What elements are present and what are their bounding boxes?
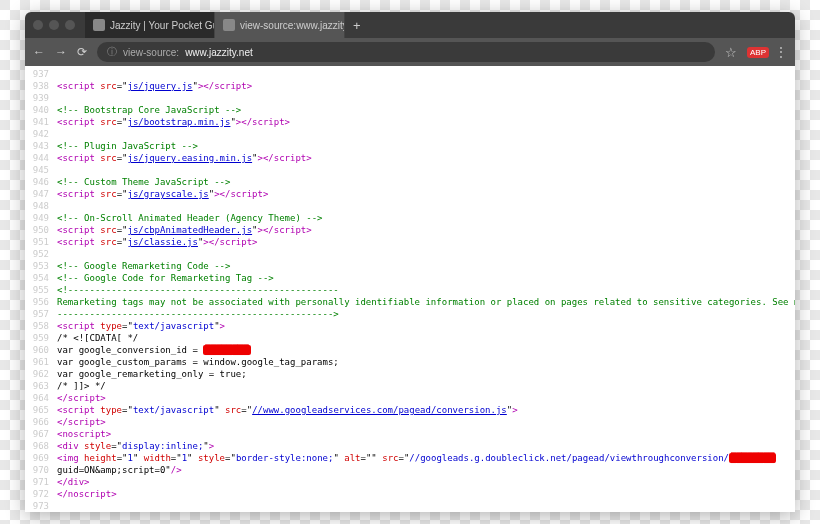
adblock-badge[interactable]: ABP — [747, 47, 769, 58]
new-tab-button[interactable]: + — [345, 12, 369, 38]
tab-view-source[interactable]: view-source:www.jazzity.net × — [215, 12, 345, 38]
window-controls — [33, 20, 75, 30]
reload-button[interactable]: ⟳ — [77, 45, 87, 59]
browser-window: Jazzity | Your Pocket Guide to × view-so… — [25, 12, 795, 512]
line-number-gutter: 9379389399409419429439449459469479489499… — [25, 66, 53, 512]
titlebar: Jazzity | Your Pocket Guide to × view-so… — [25, 12, 795, 38]
tab-title: Jazzity | Your Pocket Guide to — [110, 20, 215, 31]
maximize-window-button[interactable] — [65, 20, 75, 30]
forward-button[interactable]: → — [55, 45, 67, 59]
minimize-window-button[interactable] — [49, 20, 59, 30]
close-window-button[interactable] — [33, 20, 43, 30]
toolbar-right: ABP ⋮ — [747, 45, 787, 59]
menu-icon[interactable]: ⋮ — [775, 45, 787, 59]
favicon-icon — [223, 19, 235, 31]
address-bar[interactable]: ⓘ view-source:www.jazzity.net — [97, 42, 715, 62]
bookmark-star-icon[interactable]: ☆ — [725, 45, 737, 60]
source-viewer[interactable]: 9379389399409419429439449459469479489499… — [25, 66, 795, 512]
favicon-icon — [93, 19, 105, 31]
source-code: <script src="js/jquery.js"></script> <!-… — [53, 66, 795, 512]
info-icon: ⓘ — [107, 45, 117, 59]
tab-jazzity[interactable]: Jazzity | Your Pocket Guide to × — [85, 12, 215, 38]
tab-title: view-source:www.jazzity.net — [240, 20, 345, 31]
back-button[interactable]: ← — [33, 45, 45, 59]
tab-bar: Jazzity | Your Pocket Guide to × view-so… — [85, 12, 369, 38]
url-prefix: view-source: — [123, 47, 179, 58]
toolbar: ← → ⟳ ⓘ view-source:www.jazzity.net ☆ AB… — [25, 38, 795, 66]
url-host: www.jazzity.net — [185, 47, 253, 58]
